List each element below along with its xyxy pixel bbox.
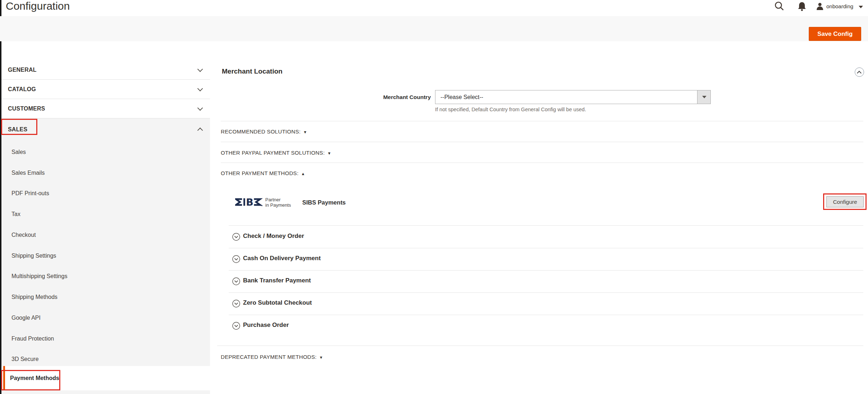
sidebar-item-tax[interactable]: Tax <box>1 204 210 225</box>
selected-item-accent-bar <box>3 366 5 390</box>
accordion-purchase-order[interactable]: Purchase Order <box>229 318 863 333</box>
user-avatar-icon <box>816 2 824 10</box>
merchant-country-value: --Please Select-- <box>440 90 483 104</box>
chevron-up-icon <box>197 127 203 133</box>
circled-chevron-down-icon <box>232 322 240 330</box>
triangle-down-icon: ▼ <box>303 130 307 134</box>
sidebar-section-catalog[interactable]: CATALOG <box>1 80 210 99</box>
chevron-down-icon <box>197 86 203 92</box>
divider <box>229 225 863 226</box>
divider <box>229 270 863 271</box>
page-actions-toolbar <box>0 16 868 41</box>
group-recommended-solutions[interactable]: RECOMMENDED SOLUTIONS:▼ <box>221 128 307 135</box>
divider <box>221 121 863 121</box>
merchant-country-select[interactable]: --Please Select-- <box>435 90 711 104</box>
accordion-check-money-order[interactable]: Check / Money Order <box>229 229 863 244</box>
username-label: onboarding <box>826 3 853 9</box>
group-deprecated-payment-methods[interactable]: DEPRECATED PAYMENT METHODS:▼ <box>221 353 323 361</box>
chevron-down-icon <box>197 66 203 72</box>
triangle-down-icon: ▼ <box>319 355 323 360</box>
sidebar-item-sales[interactable]: Sales <box>1 142 210 163</box>
svg-text:®: ® <box>261 205 263 207</box>
sidebar-item-shipping-settings[interactable]: Shipping Settings <box>1 245 210 266</box>
sidebar-item-checkout[interactable]: Checkout <box>1 225 210 245</box>
divider <box>229 248 863 248</box>
sidebar-item-payment-methods[interactable]: Payment Methods <box>1 366 210 390</box>
chevron-down-icon <box>197 105 203 111</box>
divider <box>221 142 863 142</box>
sibs-payments-label: SIBS Payments <box>302 199 346 206</box>
page-title: Configuration <box>6 0 70 12</box>
divider <box>217 346 863 346</box>
chevron-down-icon <box>859 6 863 8</box>
group-other-payment-methods[interactable]: OTHER PAYMENT METHODS:▲ <box>221 170 305 177</box>
divider <box>229 315 863 315</box>
sidebar-section-sales[interactable]: SALES <box>1 118 210 141</box>
user-menu[interactable]: onboarding <box>814 0 864 12</box>
circled-chevron-down-icon <box>232 233 240 241</box>
sidebar-section-customers[interactable]: CUSTOMERS <box>1 99 210 118</box>
sidebar-bottom-strip <box>1 390 210 394</box>
sidebar-item-shipping-methods[interactable]: Shipping Methods <box>1 287 210 308</box>
merchant-location-title: Merchant Location <box>222 67 283 75</box>
accordion-cash-on-delivery[interactable]: Cash On Delivery Payment <box>229 252 863 267</box>
triangle-up-icon: ▲ <box>301 172 305 176</box>
sibs-logo: B ® <box>235 196 263 208</box>
sidebar-item-multishipping-settings[interactable]: Multishipping Settings <box>1 266 210 287</box>
sidebar-item-google-api[interactable]: Google API <box>1 308 210 328</box>
sibs-tagline: Partner in Payments <box>265 197 291 208</box>
divider <box>221 163 863 163</box>
circled-chevron-down-icon <box>232 277 240 285</box>
accordion-zero-subtotal-checkout[interactable]: Zero Subtotal Checkout <box>229 296 863 311</box>
merchant-country-note: If not specified, Default Country from G… <box>435 107 586 112</box>
save-config-button[interactable]: Save Config <box>809 27 861 41</box>
circled-chevron-down-icon <box>232 300 240 308</box>
merchant-country-label: Merchant Country <box>323 90 431 104</box>
collapse-section-icon[interactable] <box>855 67 864 77</box>
svg-text:B: B <box>246 197 253 208</box>
sidebar-item-sales-emails[interactable]: Sales Emails <box>1 163 210 183</box>
configure-button[interactable]: Configure <box>826 196 864 207</box>
search-icon[interactable] <box>774 1 784 11</box>
sidebar-section-general[interactable]: GENERAL <box>1 60 210 80</box>
divider <box>229 292 863 293</box>
select-dropdown-arrow-icon[interactable] <box>697 90 710 104</box>
configuration-page: Configuration onboarding Save Config GEN… <box>0 0 868 394</box>
notifications-bell-icon[interactable] <box>797 1 807 11</box>
circled-chevron-down-icon <box>232 255 240 263</box>
accordion-bank-transfer[interactable]: Bank Transfer Payment <box>229 274 863 289</box>
sidebar-item-pdf-print-outs[interactable]: PDF Print-outs <box>1 183 210 204</box>
group-other-paypal-solutions[interactable]: OTHER PAYPAL PAYMENT SOLUTIONS:▼ <box>221 149 331 156</box>
triangle-down-icon: ▼ <box>327 151 331 155</box>
sidebar-item-fraud-protection[interactable]: Fraud Protection <box>1 328 210 349</box>
